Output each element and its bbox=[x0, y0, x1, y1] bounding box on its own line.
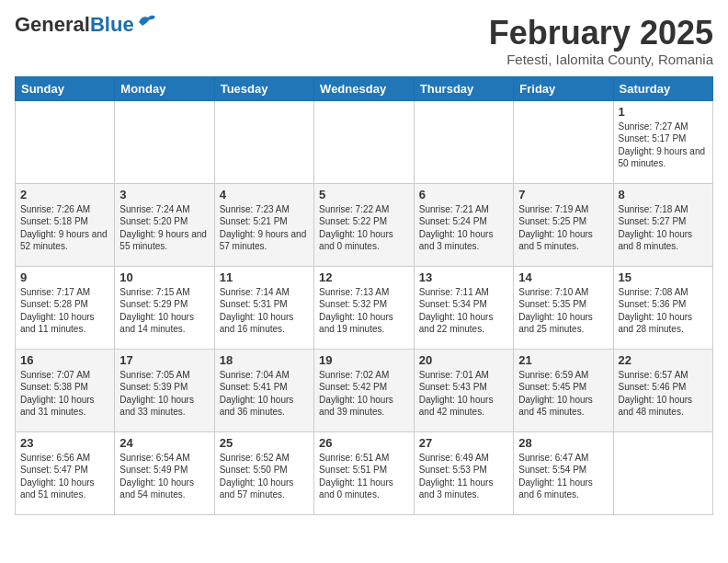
day-number: 18 bbox=[220, 353, 309, 367]
day-info: Sunrise: 7:14 AM Sunset: 5:31 PM Dayligh… bbox=[220, 286, 309, 336]
day-number: 9 bbox=[20, 270, 109, 284]
calendar-cell: 5Sunrise: 7:22 AM Sunset: 5:22 PM Daylig… bbox=[314, 183, 415, 266]
calendar-cell: 28Sunrise: 6:47 AM Sunset: 5:54 PM Dayli… bbox=[514, 431, 613, 514]
calendar-cell: 10Sunrise: 7:15 AM Sunset: 5:29 PM Dayli… bbox=[115, 266, 214, 349]
logo-text: GeneralBlue bbox=[15, 15, 134, 35]
day-number: 12 bbox=[319, 270, 409, 284]
logo-general: General bbox=[15, 13, 90, 36]
day-number: 23 bbox=[20, 436, 109, 450]
day-info: Sunrise: 7:15 AM Sunset: 5:29 PM Dayligh… bbox=[119, 286, 209, 336]
calendar-cell: 7Sunrise: 7:19 AM Sunset: 5:25 PM Daylig… bbox=[514, 183, 613, 266]
calendar-cell: 1Sunrise: 7:27 AM Sunset: 5:17 PM Daylig… bbox=[613, 100, 713, 183]
col-header-friday: Friday bbox=[514, 76, 613, 100]
day-number: 8 bbox=[619, 188, 709, 201]
calendar-cell: 17Sunrise: 7:05 AM Sunset: 5:39 PM Dayli… bbox=[115, 349, 214, 431]
calendar-week-row: 2Sunrise: 7:26 AM Sunset: 5:18 PM Daylig… bbox=[16, 183, 713, 266]
calendar-cell: 16Sunrise: 7:07 AM Sunset: 5:38 PM Dayli… bbox=[16, 349, 115, 431]
calendar-cell bbox=[414, 100, 513, 183]
calendar-cell: 24Sunrise: 6:54 AM Sunset: 5:49 PM Dayli… bbox=[115, 431, 214, 514]
calendar-cell bbox=[16, 100, 115, 183]
day-number: 1 bbox=[619, 105, 709, 119]
day-number: 10 bbox=[119, 270, 209, 284]
calendar-cell: 20Sunrise: 7:01 AM Sunset: 5:43 PM Dayli… bbox=[414, 349, 513, 431]
day-number: 21 bbox=[518, 353, 608, 367]
calendar-cell bbox=[514, 100, 613, 183]
day-number: 2 bbox=[20, 188, 109, 201]
day-number: 17 bbox=[119, 353, 209, 367]
day-number: 19 bbox=[319, 353, 409, 367]
col-header-thursday: Thursday bbox=[414, 76, 513, 100]
day-info: Sunrise: 6:56 AM Sunset: 5:47 PM Dayligh… bbox=[20, 452, 109, 501]
calendar-cell: 26Sunrise: 6:51 AM Sunset: 5:51 PM Dayli… bbox=[314, 431, 415, 514]
calendar-cell: 18Sunrise: 7:04 AM Sunset: 5:41 PM Dayli… bbox=[214, 349, 313, 431]
day-info: Sunrise: 7:10 AM Sunset: 5:35 PM Dayligh… bbox=[518, 286, 608, 336]
day-info: Sunrise: 7:24 AM Sunset: 5:20 PM Dayligh… bbox=[119, 203, 209, 253]
day-number: 3 bbox=[119, 188, 209, 201]
col-header-tuesday: Tuesday bbox=[214, 76, 313, 100]
calendar-week-row: 16Sunrise: 7:07 AM Sunset: 5:38 PM Dayli… bbox=[16, 349, 713, 431]
day-number: 6 bbox=[419, 188, 508, 201]
calendar: SundayMondayTuesdayWednesdayThursdayFrid… bbox=[15, 76, 713, 515]
day-info: Sunrise: 6:54 AM Sunset: 5:49 PM Dayligh… bbox=[119, 452, 209, 501]
day-info: Sunrise: 7:11 AM Sunset: 5:34 PM Dayligh… bbox=[419, 286, 508, 336]
logo-bird-icon bbox=[137, 13, 157, 29]
title-area: February 2025 Fetesti, Ialomita County, … bbox=[489, 15, 713, 67]
calendar-cell: 4Sunrise: 7:23 AM Sunset: 5:21 PM Daylig… bbox=[214, 183, 313, 266]
calendar-cell: 14Sunrise: 7:10 AM Sunset: 5:35 PM Dayli… bbox=[514, 266, 613, 349]
location-subtitle: Fetesti, Ialomita County, Romania bbox=[489, 52, 713, 67]
day-info: Sunrise: 7:21 AM Sunset: 5:24 PM Dayligh… bbox=[419, 203, 508, 253]
logo: GeneralBlue bbox=[15, 15, 157, 35]
day-number: 15 bbox=[619, 270, 709, 284]
calendar-cell: 6Sunrise: 7:21 AM Sunset: 5:24 PM Daylig… bbox=[414, 183, 513, 266]
day-info: Sunrise: 7:07 AM Sunset: 5:38 PM Dayligh… bbox=[20, 369, 109, 419]
day-number: 13 bbox=[419, 270, 508, 284]
day-info: Sunrise: 6:57 AM Sunset: 5:46 PM Dayligh… bbox=[619, 369, 709, 419]
day-info: Sunrise: 7:23 AM Sunset: 5:21 PM Dayligh… bbox=[220, 203, 309, 253]
day-info: Sunrise: 7:13 AM Sunset: 5:32 PM Dayligh… bbox=[319, 286, 409, 336]
day-info: Sunrise: 6:47 AM Sunset: 5:54 PM Dayligh… bbox=[518, 452, 608, 501]
day-number: 27 bbox=[419, 436, 508, 450]
day-info: Sunrise: 6:59 AM Sunset: 5:45 PM Dayligh… bbox=[518, 369, 608, 419]
day-info: Sunrise: 7:02 AM Sunset: 5:42 PM Dayligh… bbox=[319, 369, 409, 419]
calendar-week-row: 1Sunrise: 7:27 AM Sunset: 5:17 PM Daylig… bbox=[16, 100, 713, 183]
day-number: 14 bbox=[518, 270, 608, 284]
day-info: Sunrise: 6:51 AM Sunset: 5:51 PM Dayligh… bbox=[319, 452, 409, 501]
logo-blue: Blue bbox=[90, 13, 134, 36]
calendar-cell: 23Sunrise: 6:56 AM Sunset: 5:47 PM Dayli… bbox=[16, 431, 115, 514]
calendar-cell bbox=[115, 100, 214, 183]
header: GeneralBlue February 2025 Fetesti, Ialom… bbox=[15, 15, 713, 67]
month-title: February 2025 bbox=[489, 15, 713, 52]
day-info: Sunrise: 7:01 AM Sunset: 5:43 PM Dayligh… bbox=[419, 369, 508, 419]
day-number: 4 bbox=[220, 188, 309, 201]
day-number: 7 bbox=[518, 188, 608, 201]
calendar-cell: 13Sunrise: 7:11 AM Sunset: 5:34 PM Dayli… bbox=[414, 266, 513, 349]
calendar-header-row: SundayMondayTuesdayWednesdayThursdayFrid… bbox=[16, 76, 713, 100]
calendar-cell: 2Sunrise: 7:26 AM Sunset: 5:18 PM Daylig… bbox=[16, 183, 115, 266]
day-info: Sunrise: 7:04 AM Sunset: 5:41 PM Dayligh… bbox=[220, 369, 309, 419]
day-number: 26 bbox=[319, 436, 409, 450]
day-number: 22 bbox=[619, 353, 709, 367]
calendar-cell bbox=[613, 431, 713, 514]
calendar-cell: 19Sunrise: 7:02 AM Sunset: 5:42 PM Dayli… bbox=[314, 349, 415, 431]
calendar-cell: 12Sunrise: 7:13 AM Sunset: 5:32 PM Dayli… bbox=[314, 266, 415, 349]
day-number: 11 bbox=[220, 270, 309, 284]
calendar-cell: 8Sunrise: 7:18 AM Sunset: 5:27 PM Daylig… bbox=[613, 183, 713, 266]
col-header-sunday: Sunday bbox=[16, 76, 115, 100]
calendar-cell bbox=[314, 100, 415, 183]
col-header-saturday: Saturday bbox=[613, 76, 713, 100]
day-info: Sunrise: 7:19 AM Sunset: 5:25 PM Dayligh… bbox=[518, 203, 608, 253]
day-number: 25 bbox=[220, 436, 309, 450]
day-number: 20 bbox=[419, 353, 508, 367]
calendar-cell: 22Sunrise: 6:57 AM Sunset: 5:46 PM Dayli… bbox=[613, 349, 713, 431]
day-info: Sunrise: 6:52 AM Sunset: 5:50 PM Dayligh… bbox=[220, 452, 309, 501]
calendar-week-row: 9Sunrise: 7:17 AM Sunset: 5:28 PM Daylig… bbox=[16, 266, 713, 349]
calendar-cell: 25Sunrise: 6:52 AM Sunset: 5:50 PM Dayli… bbox=[214, 431, 313, 514]
day-info: Sunrise: 7:18 AM Sunset: 5:27 PM Dayligh… bbox=[619, 203, 709, 253]
day-info: Sunrise: 7:26 AM Sunset: 5:18 PM Dayligh… bbox=[20, 203, 109, 253]
day-number: 5 bbox=[319, 188, 409, 201]
calendar-cell: 9Sunrise: 7:17 AM Sunset: 5:28 PM Daylig… bbox=[16, 266, 115, 349]
day-info: Sunrise: 7:05 AM Sunset: 5:39 PM Dayligh… bbox=[119, 369, 209, 419]
col-header-monday: Monday bbox=[115, 76, 214, 100]
day-info: Sunrise: 7:27 AM Sunset: 5:17 PM Dayligh… bbox=[619, 121, 709, 170]
day-info: Sunrise: 6:49 AM Sunset: 5:53 PM Dayligh… bbox=[419, 452, 508, 501]
